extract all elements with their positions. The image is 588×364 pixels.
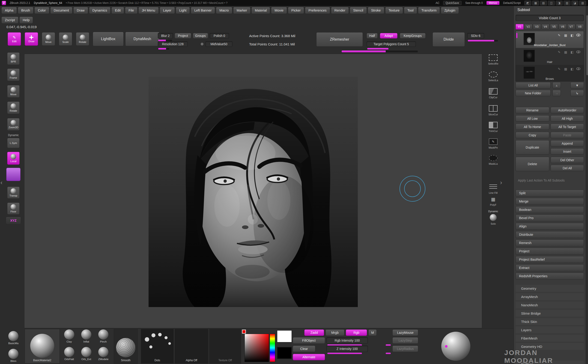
move-out-folder-button[interactable]: ↳ bbox=[570, 90, 584, 96]
mrgb-toggle[interactable]: Mrgb bbox=[325, 329, 344, 336]
shade-icon[interactable]: ◧ bbox=[569, 67, 575, 71]
draw-mode-button[interactable]: Draw bbox=[25, 32, 38, 46]
menu-item[interactable]: Transform bbox=[418, 7, 440, 14]
menu-item[interactable]: Document bbox=[50, 7, 72, 14]
bpr-button[interactable]: BPR bbox=[7, 52, 19, 65]
rotate-canvas-button[interactable]: Rotate bbox=[7, 102, 19, 114]
del-other-button[interactable]: Del Other bbox=[551, 157, 584, 163]
all-to-home-button[interactable]: All To Home bbox=[516, 124, 549, 130]
rgb-intensity-slider[interactable]: Rgb Intensity 100 bbox=[326, 337, 368, 344]
new-folder-button[interactable]: New Folder bbox=[516, 90, 551, 96]
subtool-row-selected[interactable]: ✎ ▦ ◧ Moodaliar_Jordan_Bust bbox=[516, 31, 584, 48]
menu-item[interactable]: Light bbox=[176, 7, 190, 14]
lazymouse-toggle[interactable]: LazyMouse bbox=[392, 329, 418, 336]
lazyradius-slider[interactable]: LazyRadius bbox=[392, 345, 418, 352]
menu-item[interactable]: Material bbox=[252, 7, 270, 14]
uv-grid-icon[interactable]: ▦ bbox=[563, 50, 569, 54]
zoom3d-button[interactable]: Zoom3D bbox=[7, 118, 19, 130]
frame-button[interactable]: Frame bbox=[7, 69, 19, 81]
subtool-row[interactable]: ✎ ▦ ◧ Brows bbox=[516, 65, 584, 82]
color-swatch[interactable] bbox=[6, 168, 20, 181]
menu-item[interactable]: File bbox=[125, 7, 137, 14]
paste-button[interactable]: Paste bbox=[551, 132, 584, 138]
strip-item-solo[interactable]: Solo bbox=[483, 214, 503, 225]
document-viewport[interactable] bbox=[149, 77, 358, 307]
strip-item-maskpen[interactable]: ✎ MaskPe bbox=[483, 138, 503, 149]
menu-item[interactable]: Draw bbox=[73, 7, 88, 14]
see-through-slider[interactable]: See-through 0 bbox=[465, 1, 483, 5]
palette-section-header[interactable]: FiberMesh bbox=[516, 335, 584, 342]
groups-toggle[interactable]: Groups bbox=[193, 33, 208, 39]
subtool-version-tab[interactable]: V8 bbox=[576, 24, 584, 30]
apply-last-action-button[interactable]: Apply Last Action To All Subtools bbox=[516, 177, 584, 183]
strip-item-selectrect[interactable]: SelectRe bbox=[483, 54, 503, 65]
titlebar-layout-icon[interactable]: ▤ bbox=[540, 1, 547, 5]
palette-section-header[interactable]: Thick Skin bbox=[516, 318, 584, 325]
subtool-down-button[interactable]: ▼ bbox=[570, 82, 584, 88]
subtool-action-button[interactable]: Boolean bbox=[516, 206, 584, 213]
strip-item-polyframe[interactable]: ▦ PolyF bbox=[483, 196, 503, 206]
menu-item[interactable]: Stencil bbox=[350, 7, 367, 14]
target-polygons-slider[interactable]: Target Polygons Count 5 bbox=[367, 41, 416, 47]
divide-button[interactable]: Divide bbox=[433, 32, 465, 47]
subtool-version-tab[interactable]: V3 bbox=[533, 24, 541, 30]
lazystep-slider[interactable]: LazyStep bbox=[392, 337, 418, 344]
sdiv-mini-slider[interactable] bbox=[468, 40, 498, 41]
strip-item-trimcurve[interactable]: TrimCur bbox=[483, 122, 503, 132]
lightbox-button[interactable]: LightBox bbox=[93, 32, 124, 46]
subtool-version-tab[interactable]: V1 bbox=[516, 24, 524, 30]
menu-item[interactable]: JH Menu bbox=[138, 7, 159, 14]
visibility-eye-icon[interactable] bbox=[576, 51, 580, 53]
duplicate-button[interactable]: Duplicate bbox=[516, 140, 549, 155]
menu-item[interactable]: Layer bbox=[160, 7, 175, 14]
blur-mini-slider[interactable] bbox=[158, 40, 172, 41]
menu-item[interactable]: Marker bbox=[233, 7, 251, 14]
copy-button[interactable]: Copy bbox=[516, 132, 549, 138]
menu-item[interactable]: Movie bbox=[271, 7, 287, 14]
subtool-panel-title[interactable]: Subtool bbox=[517, 8, 530, 12]
subtool-action-button[interactable]: Redshift Properties bbox=[516, 273, 584, 280]
sculpt-canvas[interactable] bbox=[24, 54, 482, 328]
menu-item[interactable]: Zscript bbox=[1, 17, 19, 24]
alternate-toggle[interactable]: Alternate bbox=[293, 354, 325, 360]
polypaint-icon[interactable]: ✎ bbox=[556, 50, 562, 54]
local-transform-button[interactable]: Local bbox=[7, 152, 19, 165]
strip-item-linefill[interactable]: Line Fill bbox=[483, 185, 503, 194]
subtool-action-button[interactable]: Distribute bbox=[516, 231, 584, 238]
menu-item[interactable]: Stroke bbox=[368, 7, 384, 14]
strip-item-slicecurve[interactable]: SliceCur bbox=[483, 105, 503, 116]
m-toggle[interactable]: M bbox=[368, 329, 377, 336]
menu-item[interactable]: Color bbox=[34, 7, 49, 14]
ac-toggle[interactable]: AC bbox=[435, 1, 439, 5]
sdiv-slider[interactable]: SDiv 6 bbox=[467, 33, 484, 39]
xyz-axis-button[interactable]: XYZ bbox=[6, 217, 21, 224]
subtool-action-button[interactable]: Extract bbox=[516, 264, 584, 271]
move-mode-button[interactable]: Move bbox=[42, 32, 55, 46]
all-low-button[interactable]: All Low bbox=[516, 115, 549, 122]
shade-icon[interactable]: ◧ bbox=[569, 50, 575, 54]
menu-item[interactable]: Alpha bbox=[1, 7, 17, 14]
palette-section-header[interactable]: ArrayMesh bbox=[516, 293, 584, 300]
brush-slot[interactable]: Clay bbox=[61, 329, 77, 346]
left-tray-chevron[interactable]: ‹ bbox=[0, 179, 3, 185]
palette-section-header[interactable]: Slime Bridge bbox=[516, 310, 584, 317]
curve-dot-button[interactable] bbox=[201, 43, 203, 46]
rename-button[interactable]: Rename bbox=[516, 107, 549, 113]
menu-item[interactable]: Left Banner bbox=[191, 7, 215, 14]
polish-slider[interactable]: Polish 0 bbox=[210, 33, 229, 39]
strip-item-selectlasso[interactable]: SelectLa bbox=[483, 72, 503, 82]
current-material-slot[interactable]: BasicMaterial2 bbox=[25, 329, 60, 364]
subtool-action-button[interactable]: Bevel Pro bbox=[516, 214, 584, 221]
subtool-action-button[interactable]: Project bbox=[516, 248, 584, 255]
all-high-button[interactable]: All High bbox=[551, 115, 584, 122]
menu-item[interactable]: Dynamics bbox=[89, 7, 111, 14]
clear-button[interactable]: Clear bbox=[293, 345, 315, 352]
white-color-swatch[interactable] bbox=[277, 330, 292, 342]
menu-item[interactable]: Help bbox=[19, 17, 33, 24]
subtool-action-button[interactable]: Project BasRelief bbox=[516, 256, 584, 263]
list-all-button[interactable]: List All bbox=[516, 82, 551, 88]
subtool-up-button[interactable]: ▲ bbox=[552, 82, 561, 88]
scale-mode-button[interactable]: Scale bbox=[59, 32, 72, 46]
resolution-mini-slider[interactable] bbox=[158, 48, 169, 50]
target-polygons-mini-slider[interactable] bbox=[367, 48, 388, 50]
